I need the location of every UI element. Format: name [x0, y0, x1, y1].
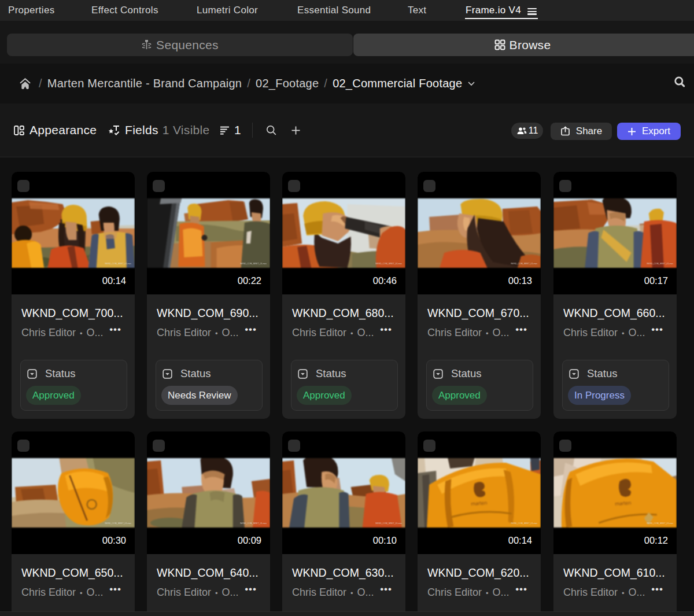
- svg-text:marten: marten: [615, 500, 632, 507]
- svg-text:marten: marten: [471, 500, 488, 507]
